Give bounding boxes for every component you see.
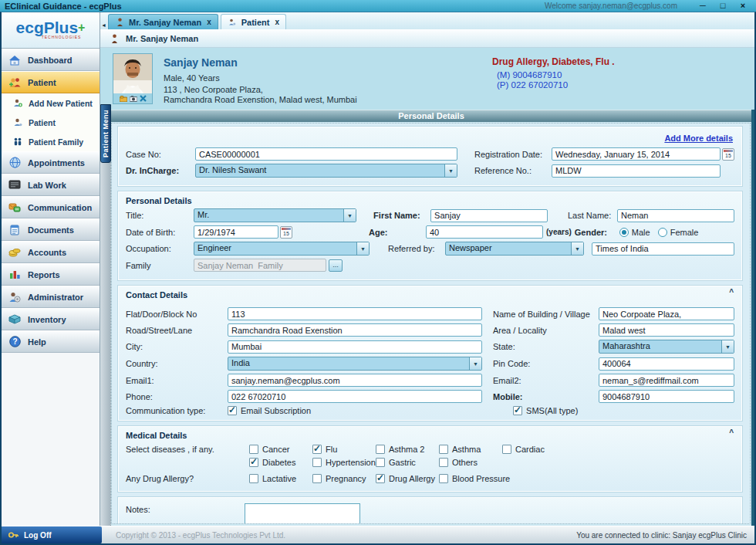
sidebar-item-reports[interactable]: Reports bbox=[2, 263, 100, 286]
collapse-sidebar-icon[interactable]: ◄ bbox=[101, 22, 106, 28]
mobile-label: Mobile: bbox=[493, 392, 599, 401]
building-input[interactable] bbox=[599, 307, 734, 320]
referred-detail-input[interactable] bbox=[592, 242, 734, 256]
patient-demographics: Male, 40 Years bbox=[164, 73, 492, 83]
occupation-select[interactable]: Engineer ▼ bbox=[194, 242, 370, 256]
country-select[interactable]: India ▼ bbox=[228, 357, 482, 371]
registration-date-input[interactable] bbox=[552, 147, 721, 161]
state-select[interactable]: Maharashtra ▼ bbox=[599, 340, 734, 354]
disease-checkbox-cancer[interactable] bbox=[249, 445, 258, 454]
maximize-button[interactable]: □ bbox=[714, 1, 731, 11]
road-input[interactable] bbox=[228, 323, 482, 337]
referred-by-select[interactable]: Newspaper ▼ bbox=[445, 242, 584, 256]
age-suffix: (years) bbox=[546, 228, 572, 236]
disease-checkbox-cardiac[interactable] bbox=[502, 445, 511, 454]
sidebar-item-lab-work[interactable]: Lab Work bbox=[2, 174, 100, 196]
disease-checkbox-gastric[interactable] bbox=[376, 458, 385, 467]
sidebar-item-dashboard[interactable]: Dashboard bbox=[2, 49, 100, 71]
minimize-button[interactable]: ─ bbox=[694, 1, 711, 11]
status-bar: Log Off Copyright © 2013 - ecgPlus Techn… bbox=[2, 526, 754, 543]
building-label: Name of Building / Village bbox=[493, 310, 599, 319]
case-no-input[interactable] bbox=[195, 147, 457, 161]
patient-name: Sanjay Neman bbox=[164, 56, 492, 69]
area-input[interactable] bbox=[599, 323, 734, 337]
last-name-input[interactable] bbox=[617, 209, 734, 222]
sidebar-item-documents[interactable]: Documents bbox=[2, 218, 100, 241]
disease-checkbox-hypertension[interactable] bbox=[312, 458, 322, 467]
first-name-label: First Name: bbox=[373, 211, 430, 220]
allergy-checkbox-pregnancy[interactable] bbox=[312, 474, 322, 483]
dropdown-arrow-icon: ▼ bbox=[356, 242, 369, 255]
reference-no-input[interactable] bbox=[552, 164, 721, 178]
age-input[interactable] bbox=[426, 225, 543, 239]
dob-label: Date of Birth: bbox=[126, 228, 194, 237]
patient-menu-tab[interactable]: Patient Menu bbox=[100, 104, 111, 163]
tab-patient-record[interactable]: Mr. Sanjay Neman x bbox=[108, 14, 218, 29]
collapse-medical-icon[interactable]: ^ bbox=[729, 430, 734, 436]
sidebar-item-inventory[interactable]: Inventory bbox=[2, 308, 100, 330]
gender-male-radio[interactable] bbox=[619, 228, 629, 237]
sidebar-item-help[interactable]: ? Help bbox=[2, 330, 100, 353]
gender-female-radio[interactable] bbox=[658, 228, 667, 237]
administrator-icon bbox=[8, 291, 22, 303]
calendar-icon[interactable]: 15 bbox=[280, 226, 292, 239]
disease-checkbox-others[interactable] bbox=[439, 458, 448, 467]
mobile-input[interactable] bbox=[599, 390, 734, 403]
last-name-label: Last Name: bbox=[568, 211, 617, 220]
first-name-input[interactable] bbox=[430, 209, 548, 222]
patient-photo bbox=[113, 53, 153, 104]
phone-input[interactable] bbox=[228, 390, 482, 403]
gender-female-label: Female bbox=[670, 228, 699, 237]
close-button[interactable]: × bbox=[734, 1, 751, 11]
family-browse-button[interactable]: ... bbox=[329, 259, 343, 272]
pin-code-label: Pin Code: bbox=[493, 359, 599, 368]
log-off-button[interactable]: Log Off bbox=[2, 526, 102, 543]
title-select[interactable]: Mr. ▼ bbox=[194, 208, 356, 222]
city-input[interactable] bbox=[228, 340, 482, 354]
dob-input[interactable] bbox=[194, 225, 278, 239]
personal-details-title: Personal Details bbox=[126, 196, 734, 205]
email2-input[interactable] bbox=[599, 374, 734, 387]
city-label: City: bbox=[126, 342, 228, 351]
remove-photo-icon[interactable] bbox=[140, 95, 147, 102]
allergy-checkbox-blood-pressure[interactable] bbox=[439, 474, 448, 483]
sidebar-item-patient[interactable]: Patient bbox=[2, 71, 100, 93]
dr-incharge-select[interactable]: Dr. Nilesh Sawant ▼ bbox=[195, 164, 457, 178]
allergy-checkbox-lactative[interactable] bbox=[249, 474, 258, 483]
allergy-checkbox-drug-allergy[interactable] bbox=[376, 474, 385, 483]
notes-textarea[interactable] bbox=[245, 503, 360, 524]
tab-close-icon[interactable]: x bbox=[207, 18, 211, 26]
window-title: EClinical Guidance - ecgPlus bbox=[5, 2, 122, 11]
email1-label: Email1: bbox=[126, 376, 228, 385]
pin-code-input[interactable] bbox=[599, 357, 734, 371]
sidebar-item-administrator[interactable]: Administrator bbox=[2, 286, 100, 308]
tab-patient[interactable]: Patient x bbox=[221, 14, 286, 29]
disease-checkbox-diabetes[interactable] bbox=[249, 458, 258, 467]
sidebar-item-appointments[interactable]: Appointments bbox=[2, 151, 100, 174]
disease-checkbox-asthma[interactable] bbox=[439, 445, 448, 454]
age-label: Age: bbox=[369, 228, 426, 237]
camera-icon[interactable] bbox=[130, 96, 137, 102]
flat-input[interactable] bbox=[228, 307, 482, 320]
upload-photo-icon[interactable] bbox=[120, 96, 127, 102]
sidebar-item-patient-list[interactable]: Patient bbox=[2, 113, 100, 132]
sms-checkbox[interactable] bbox=[513, 406, 522, 415]
email1-input[interactable] bbox=[228, 374, 482, 387]
tab-patient-icon bbox=[228, 18, 238, 27]
contact-details-title: Contact Details bbox=[126, 290, 734, 300]
sidebar-item-communication[interactable]: Communication bbox=[2, 196, 100, 218]
panel-splitter[interactable]: Patient Menu bbox=[100, 110, 111, 526]
disease-checkbox-asthma2[interactable] bbox=[376, 445, 385, 454]
tab-close-icon[interactable]: x bbox=[275, 18, 279, 26]
collapse-contact-icon[interactable]: ^ bbox=[729, 289, 734, 296]
disease-checkbox-flu[interactable] bbox=[312, 445, 322, 454]
email-subscription-checkbox[interactable] bbox=[228, 406, 237, 415]
sms-label: SMS(All type) bbox=[526, 406, 578, 415]
sidebar-item-accounts[interactable]: Accounts bbox=[2, 241, 100, 263]
dropdown-arrow-icon: ▼ bbox=[444, 164, 457, 177]
sidebar-item-add-new-patient[interactable]: Add New Patient bbox=[2, 93, 100, 113]
add-more-details-link[interactable]: Add More details bbox=[664, 134, 733, 143]
calendar-icon[interactable]: 15 bbox=[722, 148, 734, 161]
case-no-label: Case No: bbox=[126, 150, 195, 159]
sidebar-item-patient-family[interactable]: Patient Family bbox=[2, 132, 100, 151]
